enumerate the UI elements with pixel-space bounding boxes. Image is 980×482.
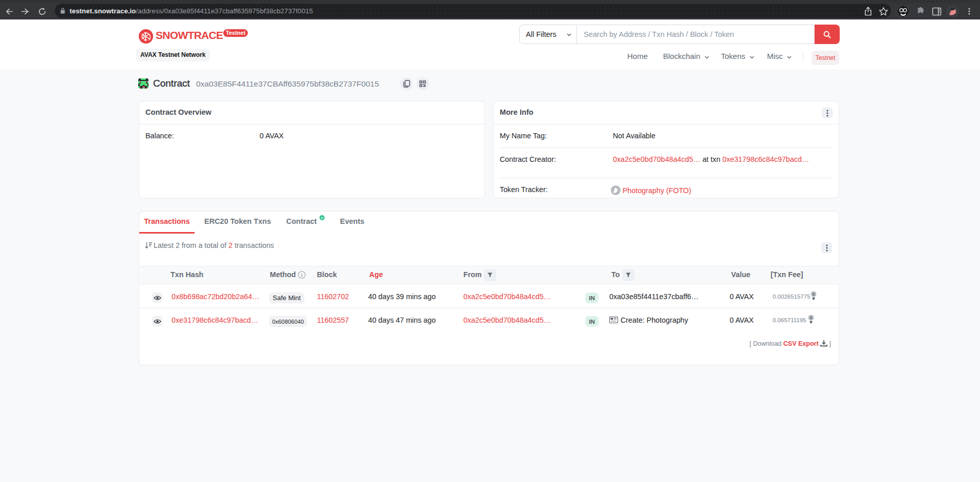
svg-text:$: $ [810,316,813,320]
svg-text:$: $ [813,292,815,297]
svg-text:i: i [301,273,303,278]
